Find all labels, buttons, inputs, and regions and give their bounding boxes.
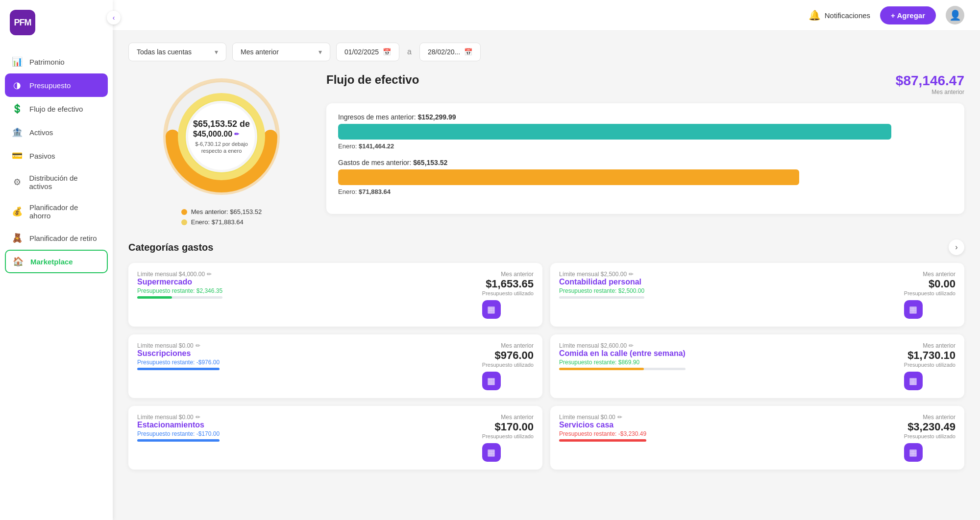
cat-bar-fill-suscripciones bbox=[137, 368, 220, 370]
notifications-button[interactable]: 🔔 Notificaciones bbox=[808, 9, 870, 21]
date-from-filter[interactable]: 01/02/2025 📅 bbox=[336, 43, 399, 61]
nav-icon-presupuesto: ◑ bbox=[12, 80, 23, 91]
cat-remaining-estacionamientos: Presupuesto restante: -$170.00 bbox=[137, 430, 220, 437]
nav-icon-patrimonio: 📊 bbox=[12, 56, 23, 67]
sidebar-item-flujo[interactable]: 💲 Flujo de efectivo bbox=[0, 97, 113, 120]
donut-chart: $65,153.52 de $45,000.00 ✏ $-6,730.12 po… bbox=[158, 73, 285, 200]
category-card-suscripciones: Límite mensual $0.00 ✏ Suscripciones Pre… bbox=[128, 334, 542, 398]
sidebar-item-distribucion[interactable]: ⚙ Distribución de activos bbox=[0, 167, 113, 197]
avatar[interactable]: 👤 bbox=[946, 6, 964, 24]
nav-label-planificador-retiro: Planificador de retiro bbox=[29, 234, 97, 242]
account-filter[interactable]: Todas las cuentas ▾ bbox=[128, 43, 226, 61]
cat-amount-suscripciones: $976.00 bbox=[482, 349, 534, 362]
cat-name-suscripciones: Suscripciones bbox=[137, 349, 220, 358]
categories-header: Categorías gastos › bbox=[128, 239, 964, 255]
legend-dot bbox=[181, 209, 187, 215]
gastos-section: Gastos de mes anterior: $65,153.52 Enero… bbox=[338, 159, 953, 195]
cat-icon-btn-servicios-casa[interactable]: ▦ bbox=[904, 443, 923, 462]
donut-center: $65,153.52 de $45,000.00 ✏ $-6,730.12 po… bbox=[193, 119, 250, 154]
nav-label-presupuesto: Presupuesto bbox=[29, 81, 71, 90]
cat-name-supermercado: Supermercado bbox=[137, 278, 222, 286]
sidebar-item-presupuesto[interactable]: ◑ Presupuesto bbox=[5, 73, 108, 97]
flujo-header: Flujo de efectivo $87,146.47 Mes anterio… bbox=[326, 73, 964, 95]
nav-label-pasivos: Pasivos bbox=[29, 152, 55, 160]
cat-used-comida-calle: Presupuesto utilizado bbox=[904, 362, 956, 368]
cat-edit-icon-comida-calle[interactable]: ✏ bbox=[629, 342, 634, 349]
ingresos-bar-track bbox=[338, 124, 953, 140]
cat-bar-fill-estacionamientos bbox=[137, 439, 220, 442]
cat-month-comida-calle: Mes anterior bbox=[904, 342, 956, 349]
cat-edit-icon-supermercado[interactable]: ✏ bbox=[207, 271, 212, 278]
sidebar-item-planificador-ahorro[interactable]: 💰 Planificador de ahorro bbox=[0, 197, 113, 226]
cat-icon-btn-contabilidad[interactable]: ▦ bbox=[904, 300, 923, 319]
cat-name-estacionamientos: Estacionamientos bbox=[137, 421, 220, 429]
cat-edit-icon-suscripciones[interactable]: ✏ bbox=[196, 342, 200, 349]
nav-icon-planificador-ahorro: 💰 bbox=[12, 206, 23, 217]
cat-icon-btn-supermercado[interactable]: ▦ bbox=[482, 300, 501, 319]
cat-month-contabilidad: Mes anterior bbox=[904, 271, 956, 278]
cat-remaining-contabilidad: Presupuesto restante: $2,500.00 bbox=[559, 287, 644, 294]
sidebar: ‹ PFM 📊 Patrimonio ◑ Presupuesto 💲 Flujo… bbox=[0, 0, 113, 520]
nav-label-planificador-ahorro: Planificador de ahorro bbox=[29, 203, 101, 220]
categories-title: Categorías gastos bbox=[128, 242, 213, 253]
gastos-value: $65,153.52 bbox=[413, 159, 447, 166]
sidebar-nav: 📊 Patrimonio ◑ Presupuesto 💲 Flujo de ef… bbox=[0, 45, 113, 520]
cat-used-estacionamientos: Presupuesto utilizado bbox=[482, 433, 534, 439]
donut-subtitle: $-6,730.12 por debajorespecto a enero bbox=[193, 141, 250, 155]
enero-ingresos-value: $141,464.22 bbox=[359, 142, 394, 150]
main-grid: $65,153.52 de $45,000.00 ✏ $-6,730.12 po… bbox=[128, 73, 964, 226]
nav-label-patrimonio: Patrimonio bbox=[29, 58, 65, 66]
cat-icon-btn-comida-calle[interactable]: ▦ bbox=[904, 372, 923, 390]
cat-bar-track-suscripciones bbox=[137, 368, 220, 370]
cat-edit-icon-estacionamientos[interactable]: ✏ bbox=[196, 414, 200, 421]
gastos-label: Gastos de mes anterior: $65,153.52 bbox=[338, 159, 953, 166]
cat-used-servicios-casa: Presupuesto utilizado bbox=[904, 433, 956, 439]
sidebar-item-patrimonio[interactable]: 📊 Patrimonio bbox=[0, 50, 113, 73]
cat-icon-btn-suscripciones[interactable]: ▦ bbox=[482, 372, 501, 390]
enero-gastos-value: $71,883.64 bbox=[359, 188, 391, 195]
flujo-amount: $87,146.47 bbox=[896, 73, 964, 89]
cat-limit-estacionamientos: Límite mensual $0.00 ✏ bbox=[137, 414, 220, 421]
content-area: Todas las cuentas ▾ Mes anterior ▾ 01/02… bbox=[113, 31, 980, 520]
sidebar-item-pasivos[interactable]: 💳 Pasivos bbox=[0, 144, 113, 167]
cat-name-comida-calle: Comida en la calle (entre semana) bbox=[559, 349, 686, 358]
legend-item-mes-anterior: Mes anterior: $65,153.52 bbox=[181, 208, 262, 215]
cat-bar-track-supermercado bbox=[137, 296, 222, 299]
chevron-right-button[interactable]: › bbox=[949, 239, 964, 255]
date-separator: a bbox=[405, 47, 414, 56]
period-filter[interactable]: Mes anterior ▾ bbox=[232, 43, 330, 61]
cat-name-contabilidad: Contabilidad personal bbox=[559, 278, 644, 286]
notifications-label: Notificaciones bbox=[825, 11, 870, 20]
sidebar-item-marketplace[interactable]: 🏠 Marketplace bbox=[5, 250, 108, 273]
cat-top: Límite mensual $0.00 ✏ Estacionamientos … bbox=[137, 414, 534, 462]
sidebar-item-activos[interactable]: 🏦 Activos bbox=[0, 120, 113, 144]
header: 🔔 Notificaciones + Agregar 👤 bbox=[113, 0, 980, 31]
category-card-contabilidad: Límite mensual $2,500.00 ✏ Contabilidad … bbox=[550, 263, 964, 327]
cat-edit-icon-contabilidad[interactable]: ✏ bbox=[629, 271, 634, 278]
period-filter-label: Mes anterior bbox=[241, 48, 279, 56]
bell-icon: 🔔 bbox=[808, 9, 821, 21]
add-button[interactable]: + Agregar bbox=[880, 6, 936, 24]
cat-edit-icon-servicios-casa[interactable]: ✏ bbox=[617, 414, 622, 421]
cat-icon-btn-estacionamientos[interactable]: ▦ bbox=[482, 443, 501, 462]
cat-amount-estacionamientos: $170.00 bbox=[482, 421, 534, 433]
date-to-filter[interactable]: 28/02/20... 📅 bbox=[419, 43, 481, 61]
categories-grid: Límite mensual $4,000.00 ✏ Supermercado … bbox=[128, 263, 964, 470]
nav-icon-marketplace: 🏠 bbox=[13, 256, 24, 267]
flujo-period: Mes anterior bbox=[896, 89, 964, 95]
sidebar-item-planificador-retiro[interactable]: 🧸 Planificador de retiro bbox=[0, 226, 113, 250]
filters-row: Todas las cuentas ▾ Mes anterior ▾ 01/02… bbox=[128, 43, 964, 61]
flujo-title: Flujo de efectivo bbox=[326, 73, 419, 87]
cat-top: Límite mensual $4,000.00 ✏ Supermercado … bbox=[137, 271, 534, 319]
edit-icon[interactable]: ✏ bbox=[234, 131, 239, 138]
cat-limit-supermercado: Límite mensual $4,000.00 ✏ bbox=[137, 271, 222, 278]
category-card-comida-calle: Límite mensual $2,600.00 ✏ Comida en la … bbox=[550, 334, 964, 398]
cat-bar-fill-comida-calle bbox=[559, 368, 644, 370]
cat-amount-comida-calle: $1,730.10 bbox=[904, 349, 956, 362]
donut-amount: $65,153.52 de bbox=[193, 119, 250, 130]
cat-limit-contabilidad: Límite mensual $2,500.00 ✏ bbox=[559, 271, 644, 278]
collapse-button[interactable]: ‹ bbox=[107, 11, 121, 24]
cat-used-contabilidad: Presupuesto utilizado bbox=[904, 290, 956, 296]
nav-icon-flujo: 💲 bbox=[12, 103, 23, 114]
gastos-bar-track bbox=[338, 169, 953, 185]
